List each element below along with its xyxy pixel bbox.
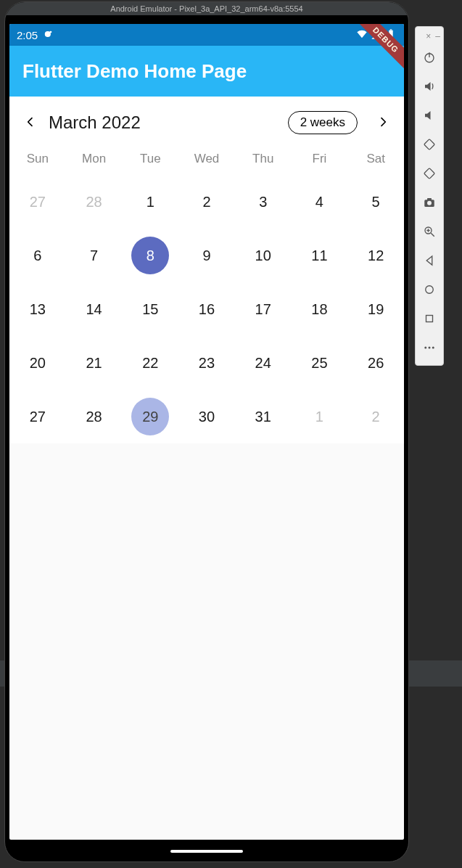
calendar-day-label: 27 [19,398,57,435]
calendar-day-label: 26 [357,344,395,382]
calendar-body: 2728123456789101112131415161718192021222… [9,175,404,443]
calendar-day[interactable]: 15 [122,282,178,336]
emulator-minimize-button[interactable]: – [435,31,440,41]
calendar-day-label: 20 [19,344,57,382]
calendar-day-label: 28 [75,398,113,435]
calendar-day[interactable]: 29 [122,390,178,443]
calendar-format-label: 2 weeks [300,115,345,129]
calendar-day-label: 21 [75,344,113,382]
home-button[interactable] [418,275,441,304]
zoom-button[interactable] [418,217,441,246]
rotate-right-button[interactable] [418,159,441,188]
dow-label: Thu [235,144,292,175]
status-left: 2:05 [17,29,54,41]
calendar-day[interactable]: 22 [122,336,178,390]
emulator-titlebar: Android Emulator - Pixel_3a_API_32_arm64… [5,2,408,15]
svg-point-17 [424,347,426,349]
calendar-day[interactable]: 9 [178,229,235,282]
calendar-day-label: 23 [188,344,226,382]
calendar-day[interactable]: 12 [347,229,404,282]
calendar-day[interactable]: 2 [178,175,235,229]
calendar-day-label: 1 [300,398,338,435]
calendar-day-label: 6 [19,237,57,274]
calendar-day-label: 30 [188,398,226,435]
calendar-format-button[interactable]: 2 weeks [288,111,358,134]
calendar-day[interactable]: 25 [292,336,348,390]
calendar-day[interactable]: 18 [292,282,348,336]
calendar-day[interactable]: 20 [9,336,66,390]
calendar-day[interactable]: 3 [235,175,292,229]
calendar-day-label: 22 [131,344,169,382]
calendar-day-label: 31 [244,398,282,435]
calendar-day[interactable]: 6 [9,229,66,282]
calendar-day[interactable]: 28 [66,390,123,443]
calendar-day[interactable]: 7 [66,229,123,282]
calendar-day[interactable]: 17 [235,282,292,336]
calendar-day[interactable]: 21 [66,336,123,390]
calendar-day-label: 2 [188,183,226,221]
calendar-day-label: 25 [300,344,338,382]
camera-button[interactable] [418,188,441,217]
calendar-day[interactable]: 23 [178,336,235,390]
volume-up-button[interactable] [418,72,441,101]
calendar-day[interactable]: 19 [347,282,404,336]
dow-label: Mon [66,144,123,175]
android-nav-handle[interactable] [170,850,243,853]
emulator-window-controls: × – [416,30,443,43]
emulator-close-button[interactable]: × [426,31,431,41]
emulator-screen: 2:05 DEBUG Flutter Demo Home Page [9,24,404,840]
next-month-button[interactable] [372,115,394,131]
calendar-day-label: 18 [300,290,338,328]
calendar-day[interactable]: 31 [235,390,292,443]
calendar-month-label: March 2022 [49,112,141,133]
overview-button[interactable] [418,304,441,333]
calendar-day-label: 3 [244,183,282,221]
calendar-day[interactable]: 11 [292,229,348,282]
calendar-day[interactable]: 30 [178,390,235,443]
more-button[interactable] [418,333,441,362]
volume-down-button[interactable] [418,101,441,130]
dow-label: Sun [9,144,66,175]
calendar-day-label: 2 [357,398,395,435]
power-button[interactable] [418,43,441,72]
calendar-day-label: 5 [357,183,395,221]
app-bar: Flutter Demo Home Page [9,46,404,97]
calendar-day-label: 24 [244,344,282,382]
prev-month-button[interactable] [20,115,41,131]
calendar-day[interactable]: 27 [9,390,66,443]
back-button[interactable] [418,246,441,275]
calendar-day[interactable]: 26 [347,336,404,390]
calendar-day[interactable]: 1 [292,390,348,443]
dow-label: Fri [292,144,348,175]
calendar-day[interactable]: 27 [9,175,66,229]
calendar-day[interactable]: 24 [235,336,292,390]
svg-rect-7 [424,168,435,179]
calendar-day[interactable]: 4 [292,175,348,229]
dow-label: Sat [347,144,404,175]
calendar-week-row: 272812345 [9,175,404,229]
calendar-day[interactable]: 14 [66,282,123,336]
rotate-left-button[interactable] [418,130,441,159]
dow-label: Tue [122,144,178,175]
calendar-day[interactable]: 28 [66,175,123,229]
calendar-day[interactable]: 8 [122,229,178,282]
calendar-day-label: 12 [357,237,395,274]
emulator-frame: Android Emulator - Pixel_3a_API_32_arm64… [4,1,409,862]
svg-point-18 [429,347,431,349]
calendar-day-label: 1 [131,183,169,221]
calendar-day-label: 17 [244,290,282,328]
calendar-dow-row: SunMonTueWedThuFriSat [9,144,404,175]
calendar: March 2022 2 weeks SunMonTueWedThuFriSat… [9,97,404,443]
calendar-day[interactable]: 2 [347,390,404,443]
calendar-day-label: 16 [188,290,226,328]
calendar-day-label: 29 [131,398,169,435]
status-bar: 2:05 [9,24,404,46]
calendar-day[interactable]: 1 [122,175,178,229]
calendar-day[interactable]: 16 [178,282,235,336]
calendar-day[interactable]: 5 [347,175,404,229]
svg-rect-3 [390,29,392,30]
status-notification-icon [44,29,54,41]
calendar-day[interactable]: 13 [9,282,66,336]
calendar-day[interactable]: 10 [235,229,292,282]
calendar-week-row: 6789101112 [9,229,404,282]
